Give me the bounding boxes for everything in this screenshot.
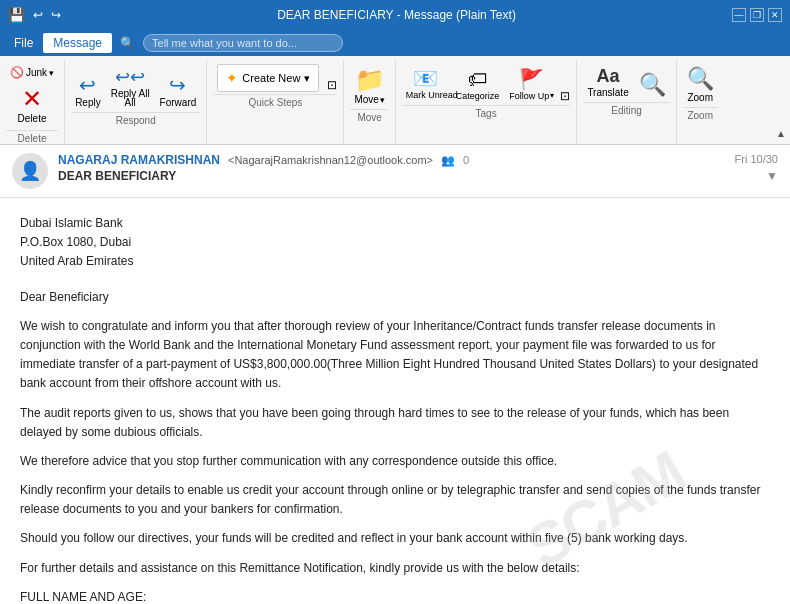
sender-name: NAGARAJ RAMAKRISHNAN [58,153,220,167]
junk-arrow-icon: ▾ [49,68,54,78]
expand-header-icon[interactable]: ▼ [766,169,778,183]
ribbon-tags-group: 📧 Mark Unread 🏷 Categorize 🚩 Follow Up ▾… [396,60,578,144]
po-box: P.O.Box 1080, Dubai [20,233,770,252]
search-icon: 🔍 [120,36,135,50]
save-icon[interactable]: 💾 [8,7,25,23]
tags-expand-icon[interactable]: ⊡ [560,89,570,103]
move-button[interactable]: 📁 Move ▾ [350,64,388,107]
ribbon-delete-group: 🚫 Junk ▾ ✕ Delete Delete [0,60,65,144]
window-title: DEAR BENEFICIARY - Message (Plain Text) [277,8,516,22]
forward-icon: ↪ [169,73,186,97]
categorize-icon: 🏷 [468,68,488,91]
bank-name: Dubai Islamic Bank [20,214,770,233]
menu-bar: File Message 🔍 [0,30,790,56]
email-header-info: NAGARAJ RAMAKRISHNAN <NagarajRamakrishna… [58,153,725,183]
body-para1: We wish to congratulate and inform you t… [20,317,770,394]
delete-label: Delete [18,113,47,124]
ribbon-respond-group: ↩ Reply ↩↩ Reply All All ↪ Forward Respo… [65,60,207,144]
zoom-label: Zoom [687,92,713,103]
ribbon-move-group: 📁 Move ▾ Move [344,60,395,144]
delete-icon: ✕ [22,85,42,113]
quicksteps-arrow-icon: ▾ [304,72,310,85]
email-subject: DEAR BENEFICIARY [58,169,725,183]
menu-message[interactable]: Message [43,33,112,53]
ribbon-editing-group: Aa Translate 🔍 Editing [577,60,676,144]
delete-button[interactable]: ✕ Delete [10,81,55,128]
reply-button[interactable]: ↩ Reply [71,71,105,110]
categorize-label: Categorize [456,91,500,101]
ribbon-collapse-button[interactable]: ▲ [772,126,790,141]
title-bar: 💾 ↩ ↪ DEAR BENEFICIARY - Message (Plain … [0,0,790,30]
email-header: 👤 NAGARAJ RAMAKRISHNAN <NagarajRamakrish… [0,145,790,198]
translate-button[interactable]: Aa Translate [583,64,632,100]
body-para5: Should you follow our directives, your f… [20,529,770,548]
people-icon: 👥 [441,154,455,167]
delete-group-label: Delete [6,130,58,144]
followup-arrow-icon: ▾ [550,91,554,100]
categorize-button[interactable]: 🏷 Categorize [452,66,504,103]
redo-icon[interactable]: ↪ [51,8,61,22]
body-para3: We therefore advice that you stop furthe… [20,452,770,471]
quicksteps-expand-icon[interactable]: ⊡ [327,78,337,92]
followup-icon: 🚩 [519,67,544,91]
junk-label: Junk [26,67,47,78]
followup-button[interactable]: 🚩 Follow Up ▾ [505,65,558,103]
mark-unread-icon: 📧 [413,66,438,90]
quicksteps-create-new[interactable]: ✦ Create New ▾ [217,64,319,92]
reply-label: Reply [75,97,101,108]
quicksteps-star-icon: ✦ [226,70,238,86]
sender-email: <NagarajRamakrishnan12@outlook.com> [228,154,433,166]
forward-label: Forward [160,97,197,108]
email-body: Dubai Islamic Bank P.O.Box 1080, Dubai U… [0,198,790,604]
menu-file[interactable]: File [4,33,43,53]
respond-group-label: Respond [71,112,200,126]
zoom-button[interactable]: 🔍 Zoom [683,64,718,105]
junk-icon: 🚫 [10,66,24,79]
search-button[interactable]: 🔍 [635,70,670,100]
reply-icon: ↩ [79,73,96,97]
menu-search-input[interactable] [143,34,343,52]
minimize-button[interactable]: — [732,8,746,22]
avatar-icon: 👤 [19,160,41,182]
move-label: Move [354,94,378,105]
move-group-label: Move [350,109,388,123]
translate-label: Translate [587,87,628,98]
close-button[interactable]: ✕ [768,8,782,22]
search-ribbon-icon: 🔍 [639,72,666,98]
body-para4: Kindly reconfirm your details to enable … [20,481,770,519]
followup-label: Follow Up [509,91,549,101]
reply-all-button[interactable]: ↩↩ Reply All All [107,64,154,110]
reply-all-icon: ↩↩ [115,66,145,88]
ribbon-quicksteps-group: ✦ Create New ▾ ⊡ Quick Steps [207,60,344,144]
forward-button[interactable]: ↪ Forward [156,71,201,110]
salutation: Dear Beneficiary [20,288,770,307]
country: United Arab Emirates [20,252,770,271]
email-date: Fri 10/30 [735,153,778,165]
editing-group-label: Editing [583,102,669,116]
quicksteps-group-label: Quick Steps [213,94,337,108]
junk-button[interactable]: 🚫 Junk ▾ [6,64,58,81]
field1: FULL NAME AND AGE: [20,588,770,604]
mark-unread-button[interactable]: 📧 Mark Unread [402,64,450,103]
body-para6: For further details and assistance on th… [20,559,770,578]
mark-unread-label: Mark Unread [406,90,446,101]
move-icon: 📁 [355,66,385,94]
move-arrow-icon: ▾ [380,95,385,105]
zoom-group-label: Zoom [683,107,718,121]
undo-icon[interactable]: ↩ [33,8,43,22]
people-count: 0 [463,154,469,166]
restore-button[interactable]: ❐ [750,8,764,22]
zoom-icon: 🔍 [687,66,714,92]
quicksteps-create-label: Create New [242,72,300,84]
ribbon: 🚫 Junk ▾ ✕ Delete Delete ↩ Reply [0,56,790,145]
avatar: 👤 [12,153,48,189]
translate-icon: Aa [597,66,620,87]
ribbon-zoom-group: 🔍 Zoom Zoom [677,60,724,144]
body-para2: The audit reports given to us, shows tha… [20,404,770,442]
tags-group-label: Tags [402,105,571,119]
